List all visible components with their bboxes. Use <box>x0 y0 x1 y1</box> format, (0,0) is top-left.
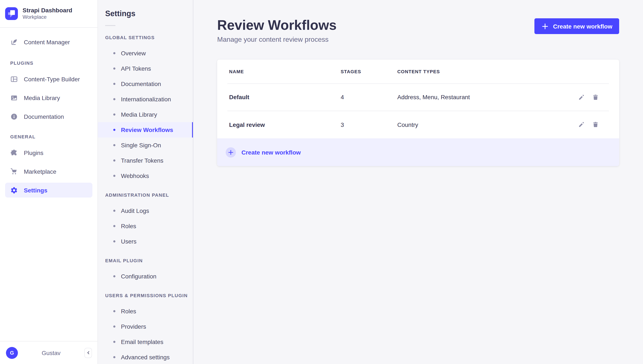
subnav-item-single-sign-on[interactable]: Single Sign-On <box>98 138 193 153</box>
bullet-icon <box>113 225 116 227</box>
bullet-icon <box>113 144 116 146</box>
subnav-item-label: Roles <box>121 223 136 230</box>
sidebar-item-marketplace[interactable]: Marketplace <box>5 164 92 179</box>
subnav-item-roles-up[interactable]: Roles <box>98 304 193 319</box>
workflow-name: Legal review <box>229 121 341 128</box>
subnav-item-documentation[interactable]: Documentation <box>98 76 193 92</box>
subnav-item-label: Providers <box>121 323 146 330</box>
brand-title: Strapi Dashboard <box>22 7 72 14</box>
bullet-icon <box>113 52 116 54</box>
subnav-item-review-workflows[interactable]: Review Workflows <box>98 122 193 138</box>
subnav-item-media-library[interactable]: Media Library <box>98 107 193 122</box>
pencil-icon <box>578 94 585 100</box>
app-root: Strapi Dashboard Workplace Content Manag… <box>0 0 643 364</box>
bullet-icon <box>113 210 116 212</box>
feather-icon <box>10 38 18 46</box>
sidebar-section-general: GENERAL <box>5 134 92 145</box>
avatar[interactable]: G <box>6 347 18 359</box>
sidebar-item-label: Settings <box>24 187 47 194</box>
subnav-item-label: Webhooks <box>121 172 149 179</box>
subnav-item-label: Transfer Tokens <box>121 157 163 164</box>
subnav-item-providers[interactable]: Providers <box>98 319 193 334</box>
subnav-item-label: Configuration <box>121 273 156 280</box>
subnav-item-audit-logs[interactable]: Audit Logs <box>98 203 193 218</box>
settings-subnav: Settings GLOBAL SETTINGS Overview API To… <box>98 0 193 364</box>
bullet-icon <box>113 68 116 70</box>
page-subtitle: Manage your content review process <box>217 36 336 44</box>
column-header-stages: STAGES <box>341 69 397 74</box>
chevron-left-icon <box>86 350 90 355</box>
sidebar-item-content-type-builder[interactable]: Content-Type Builder <box>5 72 92 86</box>
subnav-item-internationalization[interactable]: Internationalization <box>98 92 193 107</box>
workflow-content-types: Country <box>397 121 560 128</box>
create-new-workflow-button[interactable]: Create new workflow <box>534 18 619 34</box>
subnav-item-label: Advanced settings <box>121 354 170 360</box>
table-row-default[interactable]: Default 4 Address, Menu, Restaurant <box>217 84 619 111</box>
brand-subtitle: Workplace <box>22 14 72 20</box>
sidebar-item-label: Content Manager <box>24 38 70 45</box>
sidebar-item-label: Content-Type Builder <box>24 76 80 82</box>
puzzle-icon <box>10 149 18 156</box>
page-header: Review Workflows Manage your content rev… <box>217 17 619 44</box>
table-row-legal-review[interactable]: Legal review 3 Country <box>217 111 619 138</box>
column-header-content-types: CONTENT TYPES <box>397 69 560 74</box>
subnav-item-label: Audit Logs <box>121 207 149 214</box>
subnav-item-label: Users <box>121 238 136 245</box>
edit-workflow-button[interactable] <box>578 94 585 100</box>
sidebar-item-label: Plugins <box>24 149 44 156</box>
subnav-item-users[interactable]: Users <box>98 234 193 249</box>
column-header-name: NAME <box>229 69 341 74</box>
sidebar-item-media-library[interactable]: Media Library <box>5 90 92 105</box>
layout-icon <box>10 75 18 83</box>
bullet-icon <box>113 114 116 116</box>
subnav-item-label: Internationalization <box>121 96 171 102</box>
brand: Strapi Dashboard Workplace <box>0 0 98 28</box>
subnav-item-configuration[interactable]: Configuration <box>98 269 193 284</box>
workflow-name: Default <box>229 94 341 100</box>
subnav-item-roles-admin[interactable]: Roles <box>98 218 193 234</box>
create-new-workflow-button-label: Create new workflow <box>553 23 612 30</box>
main-content: Review Workflows Manage your content rev… <box>193 0 643 364</box>
bullet-icon <box>113 356 116 358</box>
main-sidebar: Strapi Dashboard Workplace Content Manag… <box>0 0 98 364</box>
row-actions <box>560 94 607 100</box>
delete-workflow-button[interactable] <box>592 121 599 128</box>
subnav-section-label: USERS & PERMISSIONS PLUGIN <box>98 292 193 304</box>
bullet-icon <box>113 175 116 177</box>
subnav-item-api-tokens[interactable]: API Tokens <box>98 61 193 76</box>
subnav-title: Settings <box>98 0 193 18</box>
edit-workflow-button[interactable] <box>578 121 585 128</box>
bullet-icon <box>113 310 116 312</box>
workflow-stages: 4 <box>341 94 397 100</box>
sidebar-item-label: Marketplace <box>24 168 56 175</box>
workflows-table: NAME STAGES CONTENT TYPES Default 4 Addr… <box>217 60 619 166</box>
sidebar-item-content-manager[interactable]: Content Manager <box>5 34 92 50</box>
collapse-sidebar-button[interactable] <box>84 348 92 358</box>
sidebar-item-plugins[interactable]: Plugins <box>5 145 92 160</box>
workflow-stages: 3 <box>341 121 397 128</box>
subnav-section-email-plugin: EMAIL PLUGIN Configuration <box>98 258 193 284</box>
subnav-item-label: Roles <box>121 308 136 314</box>
subnav-item-label: Documentation <box>121 80 161 87</box>
page-title: Review Workflows <box>217 17 336 33</box>
subnav-item-overview[interactable]: Overview <box>98 46 193 61</box>
create-workflow-footer-button[interactable]: Create new workflow <box>217 138 619 166</box>
bullet-icon <box>113 129 116 131</box>
brand-text: Strapi Dashboard Workplace <box>22 7 72 20</box>
subnav-item-label: Email templates <box>121 338 163 345</box>
user-name: Gustav <box>18 349 84 356</box>
subnav-item-transfer-tokens[interactable]: Transfer Tokens <box>98 153 193 168</box>
plus-icon <box>541 22 549 30</box>
subnav-item-email-templates[interactable]: Email templates <box>98 334 193 350</box>
sidebar-item-label: Documentation <box>24 113 64 120</box>
delete-workflow-button[interactable] <box>592 94 599 100</box>
cart-icon <box>10 168 18 175</box>
subnav-item-webhooks[interactable]: Webhooks <box>98 168 193 184</box>
sidebar-item-settings[interactable]: Settings <box>5 183 92 198</box>
subnav-item-label: Media Library <box>121 111 157 118</box>
subnav-section-global-settings: GLOBAL SETTINGS Overview API Tokens Docu… <box>98 34 193 184</box>
subnav-section-administration-panel: ADMINISTRATION PANEL Audit Logs Roles Us… <box>98 192 193 249</box>
subnav-item-advanced-settings[interactable]: Advanced settings <box>98 350 193 364</box>
bullet-icon <box>113 275 116 277</box>
sidebar-item-documentation[interactable]: Documentation <box>5 109 92 124</box>
